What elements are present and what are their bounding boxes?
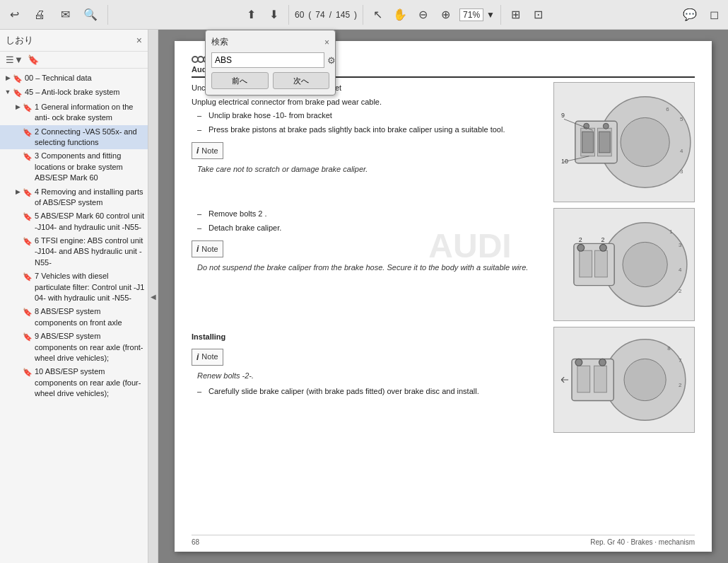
svg-point-1 [621,117,669,166]
sidebar-bookmark-icon[interactable]: 🔖 [28,54,39,65]
brake-diagram-1: 9 10 6 5 4 3 [553,82,695,202]
toggle-45-4[interactable]: ▶ [13,187,23,197]
print-icon[interactable]: 🖨 [31,6,48,23]
svg-rect-21 [595,250,608,277]
footer-page-number: 68 [192,538,199,546]
svg-text:2: 2 [679,382,681,388]
search-input[interactable] [211,52,324,68]
fit-page-icon[interactable]: ⊞ [507,6,524,23]
sidebar-menu-icon[interactable]: ☰▼ [6,54,23,65]
svg-text:6: 6 [666,106,669,112]
sidebar-item-45-3[interactable]: 🔖 3 Components and fitting locations or … [0,149,148,185]
sep4 [500,5,501,25]
note-box-3: i Note [192,349,223,366]
instr-3-1: Carefully slide brake caliper (with brak… [192,385,545,397]
note-label-3: Note [201,351,218,363]
zoom-dropdown-icon[interactable]: ▼ [486,10,495,20]
sep2 [288,5,289,25]
sidebar-item-45-7[interactable]: 🔖 7 Vehicles with diesel particulate fil… [0,269,148,305]
comment-icon[interactable]: 💬 [681,6,698,23]
pdf-text-col-2: Remove bolts 2 . Detach brake caliper. i… [192,208,545,321]
chat-icon[interactable]: ◻ [705,6,722,23]
sidebar-item-45-5[interactable]: 🔖 5 ABS/ESP Mark 60 control unit -J104- … [0,209,148,234]
search-close-button[interactable]: × [324,37,329,47]
bookmark-icon-45: 🔖 [13,88,23,98]
pdf-body: Unclip brake pad wear cable 9 from brack… [192,82,695,433]
svg-text:1: 1 [669,228,672,235]
sidebar-item-45-4[interactable]: ▶ 🔖 4 Removing and installing parts of A… [0,185,148,210]
sidebar-header-icons: × [136,35,142,46]
pdf-viewer[interactable]: Audi TT 2007 > Audi Brake system · Editi… [158,30,728,563]
svg-rect-20 [580,250,592,277]
bookmark-icon-45-8: 🔖 [23,307,33,318]
sidebar: しおり × ☰▼ 🔖 ▶ 🔖 00 – Technical data ▼ 🔖 4… [0,30,148,563]
search-settings-icon[interactable]: ⚙ [327,53,336,67]
label-45-9: 9 ABS/ESP system components on rear axle… [35,331,145,364]
sidebar-item-45-8[interactable]: 🔖 8 ABS/ESP system components on front a… [0,305,148,330]
note-text-1: Take care not to scratch or damage brake… [192,163,545,175]
svg-text:3: 3 [680,168,683,175]
bookmark-icon-45-10: 🔖 [23,367,33,378]
nav-down-icon[interactable]: ⬇ [266,6,283,23]
label-00: 00 – Technical data [25,73,92,83]
pdf-text-col-1: Unclip brake pad wear cable 9 from brack… [192,82,545,202]
search-doc-icon[interactable]: 🔍 [82,6,99,23]
svg-rect-6 [599,132,610,153]
zoom-out-icon[interactable]: ⊖ [414,6,431,23]
pdf-text-col-3: Installing i Note Renew bolts -2-. Caref… [192,327,545,433]
svg-text:2: 2 [601,236,604,243]
zoom-level-group: 71% ▼ [459,8,495,21]
note-text-2: Do not suspend the brake caliper from th… [192,262,545,274]
toggle-00[interactable]: ▶ [3,74,13,83]
note-box-1: i Note [192,142,223,159]
bookmark-icon-45-3: 🔖 [23,151,33,162]
bookmark-icon-45-7: 🔖 [23,272,33,282]
hand-tool-icon[interactable]: ✋ [392,6,409,23]
toolbar-center: ⬆ ⬇ 60 ( 74 / 145 ) ↖ ✋ ⊖ ⊕ 71% ▼ ⊞ ⊡ [117,5,673,25]
page-navigation: 60 ( 74 / 145 ) [295,10,357,20]
select-tool-icon[interactable]: ↖ [369,6,386,23]
pdf-diagram-1: 9 10 6 5 4 3 [553,82,695,202]
sep3 [363,5,363,25]
pdf-section-3: Installing i Note Renew bolts -2-. Caref… [192,327,695,433]
back-icon[interactable]: ↩ [6,6,23,23]
sidebar-item-45-9[interactable]: 🔖 9 ABS/ESP system components on rear ax… [0,330,148,365]
section-title-installing: Installing [192,331,545,343]
label-45-3: 3 Components and fitting locations or br… [35,151,145,183]
label-45: 45 – Anti-lock brake system [25,87,120,98]
bookmark-icon-45-5: 🔖 [23,211,33,222]
nav-up-icon[interactable]: ⬆ [243,6,260,23]
note-box-2: i Note [192,240,223,257]
sidebar-item-45-2[interactable]: ▶ 🔖 2 Connecting -VAS 505x- and selectin… [0,125,148,150]
email-icon[interactable]: ✉ [57,6,74,23]
search-next-button[interactable]: 次へ [273,72,330,89]
sidebar-item-45-1[interactable]: ▶ 🔖 1 General information on the anti- o… [0,100,148,125]
sidebar-item-45-6[interactable]: 🔖 6 TFSI engine: ABS control unit -J104-… [0,234,148,269]
sidebar-item-00[interactable]: ▶ 🔖 00 – Technical data [0,71,148,86]
toggle-45-1[interactable]: ▶ [13,103,23,112]
zoom-in-icon[interactable]: ⊕ [437,6,454,23]
note-label-1: Note [201,145,218,157]
fit-window-icon[interactable]: ⊡ [529,6,546,23]
sidebar-collapse-handle[interactable]: ◀ [148,30,158,563]
sidebar-header: しおり × [0,30,148,52]
search-dialog-header: 検索 × [211,36,329,48]
pdf-page: Audi TT 2007 > Audi Brake system · Editi… [175,41,712,552]
label-45-8: 8 ABS/ESP system components on front axl… [35,306,145,328]
search-prev-button[interactable]: 前へ [211,72,269,89]
sidebar-tree: ▶ 🔖 00 – Technical data ▼ 🔖 45 – Anti-lo… [0,69,148,563]
toggle-45[interactable]: ▼ [3,88,13,97]
search-buttons: 前へ 次へ [211,72,329,89]
sidebar-item-45[interactable]: ▼ 🔖 45 – Anti-lock brake system [0,86,148,100]
svg-text:8: 8 [667,345,671,352]
page-total: 145 [336,10,350,20]
search-input-row: ⚙ [211,52,329,68]
close-sidebar-button[interactable]: × [136,35,142,46]
zoom-level-value[interactable]: 71% [459,8,483,21]
instr-1-2: Unplug electrical connector from brake p… [192,96,545,108]
svg-point-31 [624,359,666,400]
instr-1-3: Unclip brake hose -10- from bracket [192,110,545,122]
toolbar: ↩ 🖨 ✉ 🔍 ⬆ ⬇ 60 ( 74 / 145 ) ↖ ✋ ⊖ ⊕ 71% … [0,0,728,30]
sidebar-item-45-10[interactable]: 🔖 10 ABS/ESP system components on rear a… [0,365,148,400]
label-45-7: 7 Vehicles with diesel particulate filte… [35,271,145,303]
